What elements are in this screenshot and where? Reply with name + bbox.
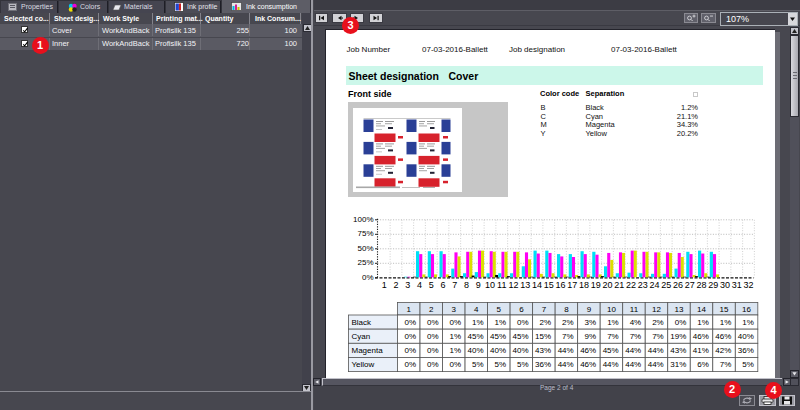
svg-text:5: 5: [496, 305, 501, 314]
svg-text:44%: 44%: [557, 346, 573, 355]
svg-text:46%: 46%: [692, 332, 708, 341]
svg-text:15: 15: [544, 280, 554, 290]
svg-text:0%: 0%: [426, 360, 438, 369]
svg-text:12: 12: [652, 305, 661, 314]
svg-text:9: 9: [586, 305, 591, 314]
svg-text:11: 11: [497, 280, 506, 290]
svg-text:44%: 44%: [625, 346, 641, 355]
svg-text:14: 14: [697, 305, 706, 314]
svg-text:2%: 2%: [539, 318, 551, 327]
svg-text:40%: 40%: [737, 332, 753, 341]
svg-text:31: 31: [732, 280, 742, 290]
svg-text:6: 6: [440, 280, 445, 290]
svg-text:44%: 44%: [647, 360, 663, 369]
svg-text:14: 14: [532, 280, 542, 290]
svg-text:42%: 42%: [715, 346, 731, 355]
svg-text:2: 2: [429, 305, 434, 314]
svg-text:50%: 50%: [357, 244, 373, 253]
svg-text:28: 28: [696, 280, 706, 290]
svg-text:26: 26: [673, 280, 683, 290]
svg-text:1: 1: [406, 305, 411, 314]
svg-text:15%: 15%: [535, 332, 551, 341]
svg-text:0%: 0%: [449, 318, 461, 327]
svg-text:4: 4: [474, 305, 479, 314]
svg-text:15: 15: [719, 305, 728, 314]
svg-text:45%: 45%: [467, 332, 483, 341]
svg-text:7%: 7%: [607, 332, 619, 341]
svg-text:8: 8: [564, 305, 569, 314]
svg-text:0%: 0%: [404, 360, 416, 369]
svg-text:40%: 40%: [467, 346, 483, 355]
svg-text:5: 5: [429, 280, 434, 290]
svg-text:5%: 5%: [494, 360, 506, 369]
svg-text:7%: 7%: [629, 332, 641, 341]
svg-text:19%: 19%: [670, 332, 686, 341]
svg-text:6%: 6%: [697, 360, 709, 369]
svg-text:5%: 5%: [472, 360, 484, 369]
svg-text:46%: 46%: [580, 360, 596, 369]
svg-text:1%: 1%: [607, 318, 619, 327]
svg-text:21: 21: [614, 280, 624, 290]
svg-text:3: 3: [405, 280, 410, 290]
svg-text:25: 25: [661, 280, 671, 290]
svg-text:41%: 41%: [692, 346, 708, 355]
svg-text:2%: 2%: [652, 318, 664, 327]
svg-text:12: 12: [508, 280, 518, 290]
svg-text:2: 2: [393, 280, 398, 290]
svg-text:1%: 1%: [697, 318, 709, 327]
svg-text:1%: 1%: [719, 318, 731, 327]
svg-text:3%: 3%: [584, 318, 596, 327]
svg-text:0%: 0%: [517, 318, 529, 327]
svg-text:2%: 2%: [562, 318, 574, 327]
svg-text:0%: 0%: [362, 273, 374, 282]
svg-text:43%: 43%: [535, 346, 551, 355]
svg-text:1%: 1%: [472, 318, 484, 327]
svg-text:25%: 25%: [357, 258, 373, 267]
svg-text:45%: 45%: [512, 332, 528, 341]
svg-text:4%: 4%: [629, 318, 641, 327]
svg-text:45%: 45%: [602, 346, 618, 355]
svg-text:44%: 44%: [602, 360, 618, 369]
svg-text:1%: 1%: [449, 346, 461, 355]
svg-text:10: 10: [485, 280, 495, 290]
svg-text:6: 6: [519, 305, 524, 314]
svg-text:9%: 9%: [584, 332, 596, 341]
svg-text:Magenta: Magenta: [351, 346, 383, 355]
svg-text:13: 13: [520, 280, 530, 290]
svg-text:19: 19: [591, 280, 601, 290]
svg-text:3: 3: [451, 305, 456, 314]
svg-text:27: 27: [685, 280, 695, 290]
svg-text:46%: 46%: [580, 346, 596, 355]
svg-text:0%: 0%: [426, 318, 438, 327]
svg-text:0%: 0%: [426, 332, 438, 341]
svg-text:16: 16: [555, 280, 565, 290]
svg-text:17: 17: [567, 280, 577, 290]
svg-text:0%: 0%: [674, 318, 686, 327]
svg-text:46%: 46%: [715, 332, 731, 341]
svg-text:23: 23: [638, 280, 648, 290]
svg-text:1%: 1%: [742, 318, 754, 327]
svg-text:0%: 0%: [404, 318, 416, 327]
svg-text:9: 9: [476, 280, 481, 290]
svg-text:5%: 5%: [742, 360, 754, 369]
svg-text:44%: 44%: [647, 346, 663, 355]
svg-text:11: 11: [629, 305, 638, 314]
svg-text:4: 4: [417, 280, 422, 290]
svg-text:Black: Black: [351, 318, 372, 327]
svg-text:20: 20: [602, 280, 612, 290]
svg-text:30: 30: [720, 280, 730, 290]
svg-text:7: 7: [541, 305, 546, 314]
svg-text:36%: 36%: [535, 360, 551, 369]
svg-text:44%: 44%: [557, 360, 573, 369]
svg-text:31%: 31%: [670, 360, 686, 369]
svg-text:1: 1: [382, 280, 387, 290]
svg-text:40%: 40%: [490, 346, 506, 355]
svg-text:75%: 75%: [357, 229, 373, 238]
svg-text:45%: 45%: [490, 332, 506, 341]
svg-text:Cyan: Cyan: [351, 332, 370, 341]
svg-text:0%: 0%: [449, 360, 461, 369]
svg-text:0%: 0%: [404, 346, 416, 355]
svg-text:5%: 5%: [517, 360, 529, 369]
svg-text:0%: 0%: [404, 332, 416, 341]
svg-text:7: 7: [452, 280, 457, 290]
